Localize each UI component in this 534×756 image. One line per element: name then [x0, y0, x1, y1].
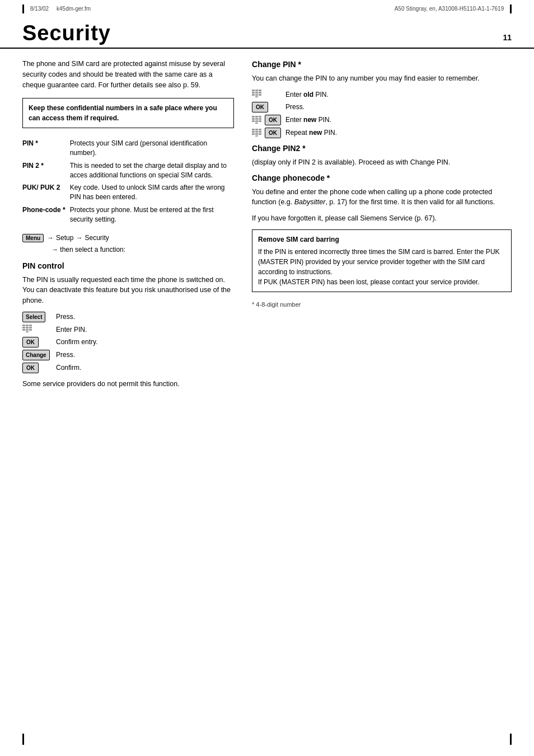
step-text: Enter old PIN. [285, 90, 512, 100]
svg-rect-39 [255, 135, 258, 137]
ok-button: OK [265, 115, 281, 125]
step-icon-keypad [22, 325, 56, 332]
svg-rect-16 [252, 94, 255, 96]
def-term: PUK/ PUK 2 [22, 181, 70, 204]
page: 8/13/02 k45dm-ger.fm A50 Stingray, en, A… [0, 0, 534, 756]
svg-rect-28 [259, 120, 261, 122]
svg-rect-7 [26, 329, 29, 331]
change-pin2-heading: Change PIN2 * [252, 144, 512, 153]
remove-sim-barring-box: Remove SIM card barring If the PIN is en… [252, 229, 512, 292]
keypad-icon [252, 90, 262, 97]
step-text: Confirm. [56, 363, 234, 373]
menu-nav-security: Security [85, 234, 109, 242]
keypad-icon [252, 129, 262, 137]
change-phonecode-heading: Change phonecode * [252, 173, 512, 182]
step-item: OK Confirm entry. [22, 337, 234, 348]
step-text: Repeat new PIN. [285, 128, 512, 138]
def-row: PIN 2 *This is needed to set the charge … [22, 159, 234, 182]
svg-rect-0 [22, 325, 25, 326]
header-date: 8/13/02 [30, 6, 49, 12]
step-text: Enter PIN. [56, 325, 234, 335]
remove-sim-barring-body: If the PIN is entered incorrectly three … [258, 247, 505, 287]
svg-rect-6 [22, 329, 25, 331]
left-bar [22, 4, 24, 13]
step-item: Change Press. [22, 350, 234, 360]
change-pin-steps: Enter old PIN. OK Press. [252, 90, 512, 138]
page-title: Security [22, 21, 111, 45]
header-meta: 8/13/02 k45dm-ger.fm A50 Stingray, en, A… [0, 0, 534, 16]
change-button: Change [22, 350, 50, 360]
header-filename: k45dm-ger.fm [57, 6, 91, 12]
step-text: Confirm entry. [56, 337, 234, 347]
def-description: This is needed to set the charge detail … [70, 159, 234, 182]
columns: The phone and SIM card are protected aga… [0, 59, 534, 395]
footnote: * 4-8-digit number [252, 301, 512, 308]
keypad-icon [252, 116, 262, 124]
svg-rect-31 [255, 129, 258, 130]
step-icon-ok: OK [22, 337, 56, 348]
header-left: 8/13/02 k45dm-ger.fm [22, 4, 91, 13]
step-item: OK Confirm. [22, 363, 234, 373]
def-description: Protects your SIM card (personal identif… [70, 137, 234, 159]
svg-rect-32 [259, 129, 261, 130]
svg-rect-35 [259, 131, 261, 133]
svg-rect-24 [255, 118, 258, 120]
ok-button-2: OK [22, 363, 39, 373]
def-term: PIN * [22, 137, 70, 159]
step-item: OK Repeat new PIN. [252, 128, 512, 138]
step-item: Enter old PIN. [252, 90, 512, 100]
def-description: Protects your phone. Must be entered at … [70, 204, 234, 226]
remove-sim-barring-title: Remove SIM card barring [258, 234, 505, 245]
page-number: 11 [503, 33, 512, 42]
svg-rect-14 [255, 92, 258, 93]
keypad-icon [22, 325, 32, 332]
step-text: Press. [285, 102, 512, 112]
svg-rect-8 [29, 329, 32, 331]
step-icon-keypad-cp1 [252, 90, 285, 97]
svg-rect-29 [255, 123, 258, 124]
step-icon-ok-cp2: OK [252, 102, 285, 112]
step-text: Enter new PIN. [285, 115, 512, 125]
svg-rect-22 [259, 116, 261, 118]
svg-rect-25 [259, 118, 261, 120]
page-footer [22, 734, 512, 745]
ok-button: OK [22, 337, 39, 348]
arrow-2: → [76, 234, 82, 242]
footer-bar-right [510, 734, 512, 745]
svg-rect-5 [29, 327, 32, 328]
def-term: Phone-code * [22, 204, 70, 226]
pin-control-body: The PIN is usually requested each time t… [22, 275, 234, 306]
step-icon-ok2: OK [22, 363, 56, 373]
change-phonecode-body1: You define and enter the phone code when… [252, 187, 512, 208]
svg-rect-27 [255, 120, 258, 122]
step-text: Press. [56, 312, 234, 322]
menu-button: Menu [22, 234, 44, 242]
definition-table: PIN *Protects your SIM card (personal id… [22, 137, 234, 226]
svg-rect-11 [255, 90, 258, 91]
svg-rect-30 [252, 129, 255, 130]
ok-button: OK [265, 128, 281, 138]
svg-rect-34 [255, 131, 258, 133]
svg-rect-19 [255, 96, 258, 97]
change-pin2-body: (display only if PIN 2 is available). Pr… [252, 157, 512, 168]
change-phonecode-body2: If you have forgotten it, please call Si… [252, 213, 512, 224]
step-item: Select Press. [22, 312, 234, 322]
menu-nav-sub: → then select a function: [51, 246, 234, 253]
svg-rect-23 [252, 118, 255, 120]
footer-bar-left [22, 734, 24, 745]
page-title-area: Security 11 [0, 16, 534, 49]
change-pin-body: You can change the PIN to any number you… [252, 73, 512, 84]
step-icon-select: Select [22, 312, 56, 322]
def-term: PIN 2 * [22, 159, 70, 182]
header-right: A50 Stingray, en, A31008-H5110-A1-1-7619 [395, 4, 512, 13]
header-model: A50 Stingray, en, A31008-H5110-A1-1-7619 [395, 6, 504, 12]
menu-nav-setup: Setup [56, 234, 73, 242]
step-text: Press. [56, 350, 234, 360]
step-icon-change: Change [22, 350, 56, 360]
svg-rect-37 [255, 133, 258, 135]
svg-rect-3 [22, 327, 25, 328]
svg-rect-18 [259, 94, 261, 96]
step-icon-keypad-ok-cp4: OK [252, 128, 285, 138]
svg-rect-10 [252, 90, 255, 91]
def-row: PUK/ PUK 2Key code. Used to unlock SIM c… [22, 181, 234, 204]
